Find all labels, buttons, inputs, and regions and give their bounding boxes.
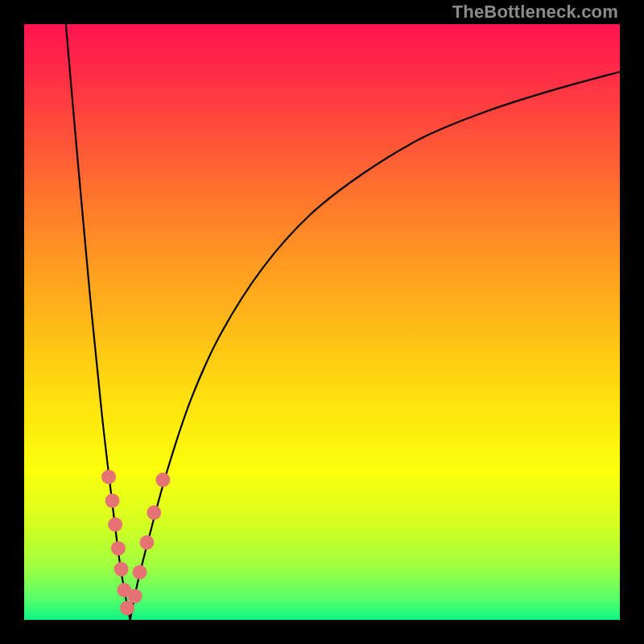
- curve-group: [66, 24, 620, 620]
- marker-group: [101, 469, 170, 615]
- marker-point: [147, 506, 161, 520]
- marker-point: [133, 565, 147, 580]
- marker-point: [101, 469, 116, 484]
- chart-frame: TheBottleneck.com: [0, 0, 644, 644]
- marker-point: [111, 541, 126, 555]
- marker-point: [108, 518, 122, 532]
- marker-point: [128, 588, 142, 603]
- curve-right-branch: [130, 72, 620, 620]
- marker-point: [139, 535, 154, 550]
- marker-point: [105, 493, 120, 508]
- curve-left-branch: [66, 24, 130, 620]
- plot-area: [24, 24, 620, 620]
- marker-point: [155, 473, 170, 487]
- chart-svg: [24, 24, 620, 620]
- watermark-text: TheBottleneck.com: [452, 2, 618, 23]
- marker-point: [114, 562, 129, 576]
- marker-point: [120, 601, 134, 615]
